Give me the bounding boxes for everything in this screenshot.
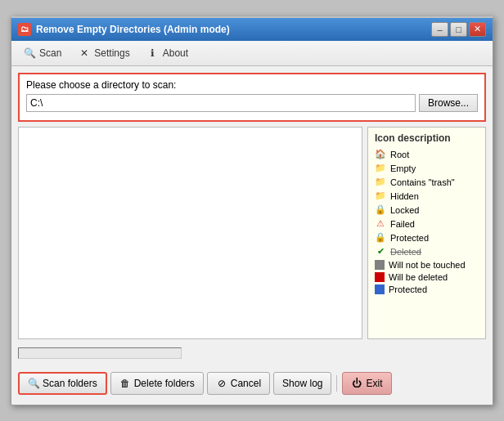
about-icon: ℹ xyxy=(146,47,160,60)
app-icon: 🗂 xyxy=(18,23,31,36)
root-label: Root xyxy=(390,150,409,159)
main-area: Icon description 🏠 Root 📁 Empty 📁 Contai… xyxy=(18,127,486,339)
failed-icon: ⚠ xyxy=(375,218,386,230)
scan-group-label: Please choose a directory to scan: xyxy=(26,79,478,91)
show-log-label: Show log xyxy=(282,378,322,389)
browse-button[interactable]: Browse... xyxy=(419,94,478,112)
tree-panel[interactable] xyxy=(18,127,362,339)
bottom-toolbar: 🔍 Scan folders 🗑 Delete folders ⊘ Cancel… xyxy=(18,367,486,398)
scan-group: Please choose a directory to scan: Brows… xyxy=(18,73,486,122)
locked-label: Locked xyxy=(390,205,419,215)
maximize-button[interactable]: □ xyxy=(450,22,467,37)
cancel-button[interactable]: ⊘ Cancel xyxy=(207,372,270,395)
minimize-button[interactable]: – xyxy=(431,22,448,37)
settings-icon: ✕ xyxy=(78,47,91,60)
empty-icon: 📁 xyxy=(375,163,386,174)
icon-row-locked: 🔒 Locked xyxy=(375,204,479,216)
window-title: Remove Empty Directories (Admin mode) xyxy=(36,24,230,35)
scrollbar-area xyxy=(18,347,486,359)
content-area: Please choose a directory to scan: Brows… xyxy=(11,66,493,405)
main-window: 🗂 Remove Empty Directories (Admin mode) … xyxy=(11,16,493,405)
protected-label: Protected xyxy=(390,233,429,243)
icon-row-willnotbetouched: Will not be touched xyxy=(375,260,479,270)
trash-label: Contains "trash" xyxy=(390,177,455,187)
cancel-icon: ⊘ xyxy=(216,378,227,389)
deleted-label: Deleted xyxy=(390,247,421,257)
toolbar: 🔍 Scan ✕ Settings ℹ About xyxy=(11,41,493,66)
delete-folders-icon: 🗑 xyxy=(119,378,131,389)
protectedblue-icon xyxy=(375,284,385,294)
trash-icon: 📁 xyxy=(375,177,386,188)
icon-row-hidden: 📁 Hidden xyxy=(375,190,479,202)
willnotbetouched-label: Will not be touched xyxy=(389,260,466,270)
tab-about[interactable]: ℹ About xyxy=(138,43,196,63)
tab-scan-label: Scan xyxy=(39,47,61,59)
icon-row-willbedeleted: Will be deleted xyxy=(375,272,479,282)
tab-about-label: About xyxy=(163,47,188,59)
close-button[interactable]: ✕ xyxy=(469,22,486,37)
separator xyxy=(336,375,337,392)
protected-icon: 🔒 xyxy=(375,232,386,244)
hidden-icon: 📁 xyxy=(375,190,386,202)
show-log-button[interactable]: Show log xyxy=(273,372,331,395)
scan-icon: 🔍 xyxy=(23,47,36,60)
titlebar-left: 🗂 Remove Empty Directories (Admin mode) xyxy=(18,23,230,36)
tab-settings-label: Settings xyxy=(94,47,129,59)
directory-input[interactable] xyxy=(26,94,416,112)
tab-settings[interactable]: ✕ Settings xyxy=(70,43,137,63)
delete-folders-label: Delete folders xyxy=(134,378,195,389)
protectedblue-label: Protected xyxy=(389,284,427,294)
icon-row-failed: ⚠ Failed xyxy=(375,218,479,230)
tab-scan[interactable]: 🔍 Scan xyxy=(15,43,70,63)
scan-folders-button[interactable]: 🔍 Scan folders xyxy=(18,372,107,395)
willbedeleted-icon xyxy=(375,272,385,282)
scan-input-row: Browse... xyxy=(26,94,478,112)
exit-icon: ⏻ xyxy=(351,378,362,389)
hidden-label: Hidden xyxy=(390,191,419,201)
empty-label: Empty xyxy=(390,163,416,173)
willnotbetouched-icon xyxy=(375,260,385,270)
icon-description-title: Icon description xyxy=(375,132,479,144)
icon-row-trash: 📁 Contains "trash" xyxy=(375,177,479,188)
locked-icon: 🔒 xyxy=(375,204,386,216)
icon-row-empty: 📁 Empty xyxy=(375,163,479,174)
deleted-icon: ✔ xyxy=(375,246,386,258)
willbedeleted-label: Will be deleted xyxy=(389,272,448,282)
root-icon: 🏠 xyxy=(375,149,386,160)
failed-label: Failed xyxy=(390,219,415,229)
icon-description-panel: Icon description 🏠 Root 📁 Empty 📁 Contai… xyxy=(367,127,486,339)
scrollbar-track[interactable] xyxy=(18,347,182,359)
icon-row-protectedblue: Protected xyxy=(375,284,479,294)
titlebar-controls: – □ ✕ xyxy=(431,22,486,37)
exit-button[interactable]: ⏻ Exit xyxy=(342,372,391,395)
icon-row-root: 🏠 Root xyxy=(375,149,479,160)
delete-folders-button[interactable]: 🗑 Delete folders xyxy=(110,372,204,395)
icon-row-protected: 🔒 Protected xyxy=(375,232,479,244)
cancel-label: Cancel xyxy=(231,378,261,389)
scan-folders-label: Scan folders xyxy=(43,378,97,389)
icon-row-deleted: ✔ Deleted xyxy=(375,246,479,258)
scan-folders-icon: 🔍 xyxy=(28,378,39,389)
titlebar: 🗂 Remove Empty Directories (Admin mode) … xyxy=(11,18,493,41)
exit-label: Exit xyxy=(366,378,382,389)
